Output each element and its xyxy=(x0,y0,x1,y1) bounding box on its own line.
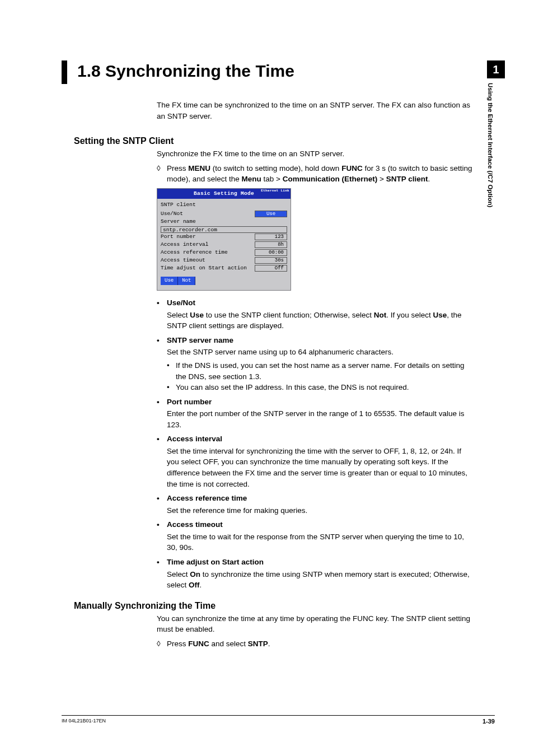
footer-doc-id: IM 04L21B01-17EN xyxy=(62,718,106,725)
sub-bullet-icon: • xyxy=(167,382,176,393)
row-label: Access interval xyxy=(161,241,209,249)
t: MENU xyxy=(188,164,210,172)
diamond-bullet-icon: ◊ xyxy=(157,163,167,185)
t: Off xyxy=(189,581,200,589)
row-value: 123 xyxy=(255,234,287,240)
t: SNTP xyxy=(248,640,268,648)
row-value: 00:00 xyxy=(255,249,287,256)
subsection-heading-manual-sync: Manually Synchronizing the Time xyxy=(74,601,495,611)
t: Press xyxy=(167,640,188,648)
t: and select xyxy=(209,640,248,648)
row-label: Port number xyxy=(161,233,196,241)
t: Not xyxy=(374,311,387,319)
diamond-bullet-icon: ◊ xyxy=(157,638,167,650)
bullet-icon: • xyxy=(157,433,167,445)
t: Use xyxy=(433,311,447,319)
row-label: Time adjust on Start action xyxy=(161,264,247,272)
bullet-icon: • xyxy=(157,396,167,408)
t: to synchronize the time using SNTP when … xyxy=(167,570,470,590)
t: . If you select xyxy=(386,311,433,319)
softkey-not: Not xyxy=(178,277,195,285)
row-value: Off xyxy=(255,265,287,272)
item-title: Access interval xyxy=(167,433,222,445)
sub-item-text: If the DNS is used, you can set the host… xyxy=(176,360,473,382)
page-footer: IM 04L21B01-17EN 1-39 xyxy=(62,715,495,725)
ethernet-link-badge: Ethernet Link xyxy=(261,189,289,193)
item-title: Access timeout xyxy=(167,519,223,530)
item-desc: Enter the port number of the SNTP server… xyxy=(167,408,473,430)
procedure-step: ◊ Press FUNC and select SNTP. xyxy=(157,638,473,650)
t: Select xyxy=(167,570,190,578)
server-name-value: sntp.recorder.com xyxy=(161,226,287,233)
item-title: Access reference time xyxy=(167,493,247,504)
item-desc: Select On to synchronize the time using … xyxy=(167,569,473,591)
section-heading: 1.8 Synchronizing the Time xyxy=(62,60,495,84)
t: . xyxy=(200,581,202,589)
heading-accent-bar xyxy=(62,60,67,84)
t: On xyxy=(190,570,200,578)
subsection-heading-sntp-client: Setting the SNTP Client xyxy=(74,136,495,146)
item-desc: Set the SNTP server name using up to 64 … xyxy=(167,347,473,358)
t: (to switch to setting mode), hold down xyxy=(210,164,341,172)
t: Communication (Ethernet) xyxy=(283,175,378,183)
t: Menu xyxy=(242,175,261,183)
side-tab: 1 Using the Ethernet Interface (/C7 Opti… xyxy=(487,60,505,207)
row-value: 8h xyxy=(255,241,287,248)
row-label: Use/Not xyxy=(161,210,183,218)
procedure-text: Press MENU (to switch to setting mode), … xyxy=(167,163,473,185)
sub-item-text: You can also set the IP address. In this… xyxy=(176,382,409,393)
t: FUNC xyxy=(188,640,209,648)
item-desc: Set the time to wait for the response fr… xyxy=(167,531,473,553)
manual-sync-intro: You can synchronize the time at any time… xyxy=(157,613,473,635)
softkey-use: Use xyxy=(161,277,178,285)
t: to use the SNTP client function; Otherwi… xyxy=(204,311,374,319)
item-desc: Set the reference time for making querie… xyxy=(167,505,473,516)
t: Use xyxy=(190,311,204,319)
bullet-icon: • xyxy=(157,335,167,346)
item-title: SNTP server name xyxy=(167,335,233,346)
item-desc: Select Use to use the SNTP client functi… xyxy=(167,310,473,332)
row-value-use: Use xyxy=(255,211,287,217)
bullet-icon: • xyxy=(157,297,167,309)
procedure-step: ◊ Press MENU (to switch to setting mode)… xyxy=(157,163,473,185)
chapter-number-box: 1 xyxy=(487,60,505,78)
t: FUNC xyxy=(341,164,363,172)
item-title: Use/Not xyxy=(167,297,195,309)
bullet-icon: • xyxy=(157,493,167,504)
footer-page-number: 1-39 xyxy=(483,718,495,725)
screenshot-section-label: SNTP client xyxy=(161,201,287,209)
t: . xyxy=(268,640,270,648)
row-label: Server name xyxy=(161,218,287,226)
bullet-icon: • xyxy=(157,557,167,568)
device-screenshot: Basic Setting Mode Ethernet Link SNTP cl… xyxy=(157,188,291,291)
screenshot-title-bar: Basic Setting Mode Ethernet Link xyxy=(157,189,291,199)
sntp-client-intro: Synchronize the FX time to the time on a… xyxy=(157,148,473,160)
t: . xyxy=(428,175,430,183)
heading-text: 1.8 Synchronizing the Time xyxy=(77,60,294,84)
t: Press xyxy=(167,164,188,172)
bullet-icon: • xyxy=(157,519,167,530)
sub-bullet-icon: • xyxy=(167,360,176,382)
t: > xyxy=(377,175,386,183)
screenshot-title: Basic Setting Mode xyxy=(194,190,254,197)
t: SNTP client xyxy=(386,175,428,183)
item-desc: Set the time interval for synchronizing … xyxy=(167,446,473,489)
chapter-side-label: Using the Ethernet Interface (/C7 Option… xyxy=(487,83,494,207)
item-title: Time adjust on Start action xyxy=(167,557,264,568)
row-label: Access timeout xyxy=(161,256,205,264)
row-value: 30s xyxy=(255,257,287,264)
intro-paragraph: The FX time can be synchronized to the t… xyxy=(157,100,473,122)
t: Select xyxy=(167,311,190,319)
row-label: Access reference time xyxy=(161,249,228,256)
item-title: Port number xyxy=(167,396,212,408)
procedure-text: Press FUNC and select SNTP. xyxy=(167,638,473,650)
t: tab > xyxy=(261,175,283,183)
